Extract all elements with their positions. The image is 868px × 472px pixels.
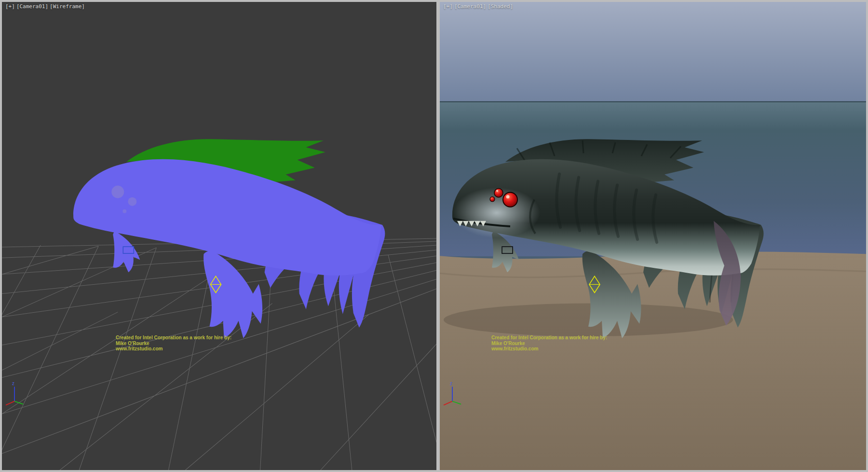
sky-upper — [440, 2, 866, 102]
fish-pelvic-fin — [203, 251, 262, 338]
fish-eye-large — [503, 193, 517, 207]
viewport-general-menu[interactable]: [+] — [5, 3, 15, 10]
fish-eye-spot — [111, 186, 124, 198]
copyright-annotation: Created for Intel Corporation as a work … — [116, 335, 231, 352]
fish-pectoral-fin — [113, 231, 140, 272]
fish-eye-spot — [128, 197, 136, 206]
viewport-shaded[interactable]: [+] [Camera01] [Shaded] — [440, 2, 866, 470]
viewport-shading-menu[interactable]: [Shaded] — [488, 3, 513, 10]
annotation-line-2: Mike O'Rourke — [116, 341, 231, 347]
axis-z-label: z — [12, 381, 14, 386]
axis-z-label: z — [450, 381, 452, 386]
fish-eye-spot — [122, 209, 126, 213]
fish-eye-small — [490, 197, 495, 202]
fish-ground-shadow — [444, 304, 733, 336]
axis-y — [14, 401, 23, 404]
viewport-layout: [+] [Camera01] [Wireframe] — [0, 0, 868, 472]
annotation-line-2: Mike O'Rourke — [491, 341, 607, 347]
fish-eye-medium — [494, 189, 503, 197]
ground-plane — [440, 252, 866, 470]
viewport-camera-menu[interactable]: [Camera01] — [454, 3, 486, 10]
copyright-annotation: Created for Intel Corporation as a work … — [491, 335, 607, 352]
viewport-menu-bar: [+] [Camera01] [Shaded] — [443, 3, 513, 10]
annotation-line-1: Created for Intel Corporation as a work … — [116, 335, 231, 341]
fish-model[interactable] — [73, 139, 385, 338]
viewport-menu-bar: [+] [Camera01] [Wireframe] — [5, 3, 85, 10]
viewport-camera-menu[interactable]: [Camera01] — [16, 3, 48, 10]
fish-eye-highlight — [506, 195, 510, 198]
annotation-line-3: www.fritzstudio.com — [491, 346, 607, 352]
viewport-shading-menu[interactable]: [Wireframe] — [50, 3, 85, 10]
viewport-general-menu[interactable]: [+] — [443, 3, 453, 10]
wireframe-scene: z — [2, 2, 436, 470]
axis-x — [6, 401, 14, 405]
fish-eye-highlight — [496, 190, 498, 192]
annotation-line-3: www.fritzstudio.com — [116, 346, 231, 352]
shaded-scene: z — [440, 2, 866, 470]
annotation-line-1: Created for Intel Corporation as a work … — [491, 335, 607, 341]
viewport-wireframe[interactable]: [+] [Camera01] [Wireframe] — [2, 2, 436, 470]
